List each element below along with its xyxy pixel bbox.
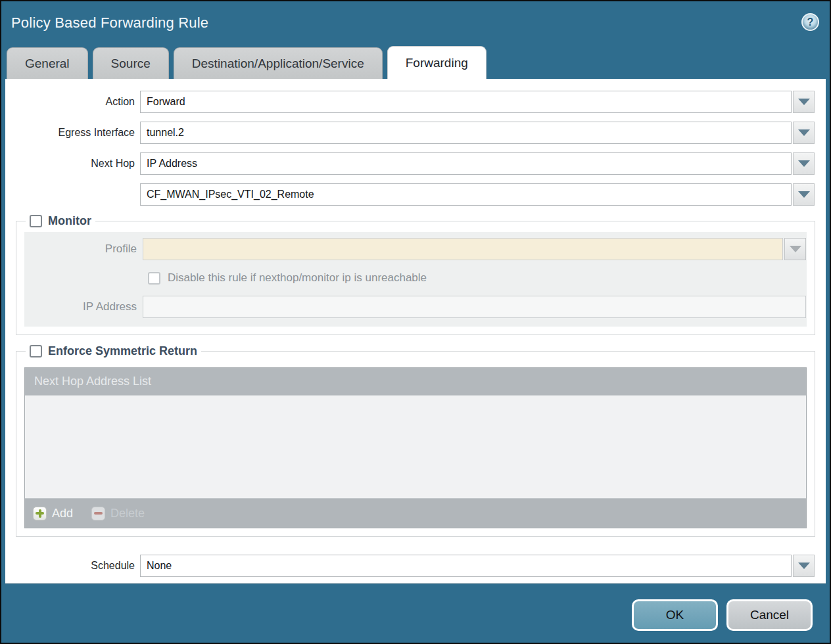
monitor-group: Monitor Profile Disable this rule if nex… bbox=[16, 214, 815, 335]
action-select[interactable]: Forward bbox=[140, 91, 792, 113]
enforce-symmetric-return-group: Enforce Symmetric Return Next Hop Addres… bbox=[16, 344, 815, 537]
action-dropdown-button[interactable] bbox=[793, 91, 815, 113]
next-hop-address-dropdown-button[interactable] bbox=[793, 183, 815, 206]
next-hop-row: Next Hop IP Address bbox=[5, 152, 815, 175]
dialog-title: Policy Based Forwarding Rule bbox=[1, 1, 830, 32]
tab-bar: General Source Destination/Application/S… bbox=[7, 46, 824, 79]
chevron-down-icon bbox=[798, 129, 810, 136]
egress-interface-select[interactable]: tunnel.2 bbox=[140, 122, 792, 144]
monitor-legend-label: Monitor bbox=[48, 214, 91, 228]
action-row: Action Forward bbox=[5, 91, 815, 113]
schedule-select[interactable]: None bbox=[140, 555, 792, 577]
enforce-symmetric-return-legend-label: Enforce Symmetric Return bbox=[48, 344, 197, 358]
next-hop-address-list-table: Next Hop Address List Add Delete bbox=[24, 367, 807, 528]
delete-button[interactable]: Delete bbox=[91, 507, 145, 520]
forwarding-tab-panel: Action Forward Egress Interface tunnel.2… bbox=[5, 79, 826, 584]
next-hop-address-list-body bbox=[25, 396, 806, 498]
schedule-dropdown-button[interactable] bbox=[793, 555, 815, 577]
tab-forwarding[interactable]: Forwarding bbox=[387, 46, 487, 79]
disable-rule-row: Disable this rule if nexthop/monitor ip … bbox=[148, 271, 806, 285]
chevron-down-icon bbox=[798, 99, 810, 105]
policy-based-forwarding-rule-dialog: Policy Based Forwarding Rule ? General S… bbox=[0, 0, 831, 644]
action-label: Action bbox=[5, 96, 140, 108]
next-hop-address-select[interactable]: CF_MWAN_IPsec_VTI_02_Remote bbox=[140, 183, 792, 206]
monitor-panel: Profile Disable this rule if nexthop/mon… bbox=[24, 232, 807, 327]
next-hop-address-row: CF_MWAN_IPsec_VTI_02_Remote bbox=[5, 183, 815, 206]
chevron-down-icon bbox=[798, 191, 810, 198]
minus-icon bbox=[91, 507, 105, 520]
tab-general[interactable]: General bbox=[7, 47, 88, 79]
egress-interface-row: Egress Interface tunnel.2 bbox=[5, 122, 815, 144]
help-icon[interactable]: ? bbox=[801, 13, 819, 31]
schedule-row: Schedule None bbox=[5, 555, 815, 577]
next-hop-label: Next Hop bbox=[5, 158, 140, 170]
monitor-legend: Monitor bbox=[26, 214, 95, 228]
egress-interface-label: Egress Interface bbox=[5, 127, 140, 139]
profile-select[interactable] bbox=[143, 238, 783, 260]
dialog-header: Policy Based Forwarding Rule ? General S… bbox=[1, 1, 830, 79]
chevron-down-icon bbox=[798, 160, 810, 167]
next-hop-address-list-toolbar: Add Delete bbox=[25, 498, 806, 528]
monitor-ip-address-input[interactable] bbox=[143, 296, 806, 318]
cancel-button[interactable]: Cancel bbox=[726, 599, 813, 631]
tab-source[interactable]: Source bbox=[93, 47, 169, 79]
dialog-footer: OK Cancel bbox=[1, 584, 830, 643]
profile-dropdown-button[interactable] bbox=[784, 238, 806, 260]
monitor-ip-address-row: IP Address bbox=[24, 296, 806, 318]
egress-interface-dropdown-button[interactable] bbox=[793, 122, 815, 144]
disable-rule-label: Disable this rule if nexthop/monitor ip … bbox=[168, 271, 427, 285]
next-hop-address-list-header: Next Hop Address List bbox=[25, 368, 806, 396]
profile-row: Profile bbox=[24, 238, 806, 260]
add-button-label: Add bbox=[52, 507, 73, 520]
monitor-ip-address-label: IP Address bbox=[24, 300, 143, 313]
enforce-symmetric-return-checkbox[interactable] bbox=[30, 345, 42, 357]
tab-destination-application-service[interactable]: Destination/Application/Service bbox=[174, 47, 383, 79]
chevron-down-icon bbox=[790, 246, 801, 252]
enforce-symmetric-return-legend: Enforce Symmetric Return bbox=[26, 344, 201, 358]
add-button[interactable]: Add bbox=[33, 507, 73, 520]
disable-rule-checkbox[interactable] bbox=[148, 272, 160, 285]
monitor-checkbox[interactable] bbox=[30, 215, 42, 227]
ok-button[interactable]: OK bbox=[632, 599, 718, 631]
next-hop-type-select[interactable]: IP Address bbox=[140, 152, 792, 175]
schedule-label: Schedule bbox=[5, 560, 140, 572]
delete-button-label: Delete bbox=[110, 507, 145, 520]
next-hop-type-dropdown-button[interactable] bbox=[793, 152, 815, 175]
chevron-down-icon bbox=[798, 563, 810, 569]
profile-label: Profile bbox=[24, 242, 143, 256]
plus-icon bbox=[33, 507, 47, 520]
